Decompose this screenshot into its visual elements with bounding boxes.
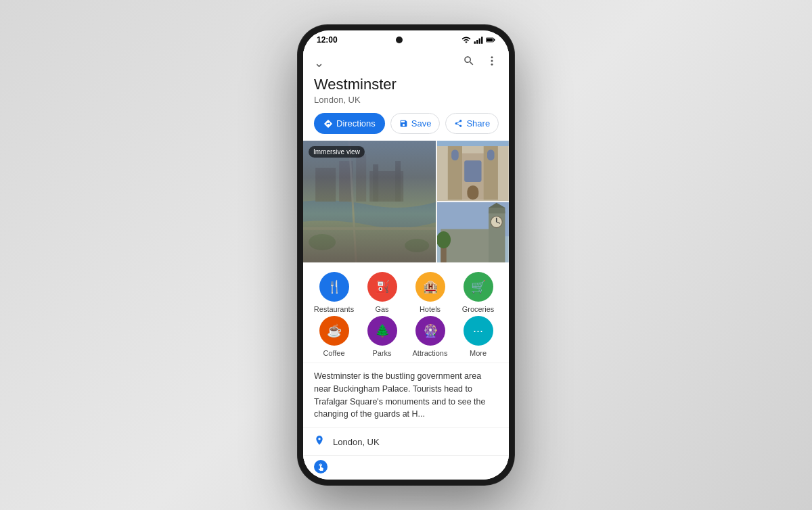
location-text: London, UK — [333, 437, 380, 447]
top-bar: ⌄ — [303, 49, 509, 73]
svg-rect-28 — [451, 149, 459, 160]
location-pin-icon — [314, 435, 325, 448]
categories-section: 🍴 Restaurants ⛽ Gas 🏨 Hotels 🛒 Groceries… — [303, 262, 509, 363]
directions-label: Directions — [336, 118, 376, 129]
status-bar: 12:00 — [303, 30, 509, 49]
photo-main[interactable]: Immersive view — [303, 141, 436, 262]
svg-rect-13 — [356, 154, 366, 202]
svg-rect-17 — [395, 161, 401, 202]
svg-rect-29 — [487, 149, 495, 160]
category-item-hotels[interactable]: 🏨 Hotels — [407, 272, 453, 313]
phone-frame: 12:00 — [298, 25, 514, 485]
svg-line-19 — [349, 141, 356, 262]
photo-main-image: Immersive view — [303, 141, 436, 262]
place-header: Westminster London, UK — [303, 73, 509, 110]
svg-rect-31 — [468, 185, 479, 200]
phone-screen: 12:00 — [303, 30, 509, 480]
category-item-attractions[interactable]: 🎡 Attractions — [407, 316, 453, 357]
photos-grid[interactable]: Immersive view — [303, 141, 509, 262]
svg-rect-16 — [373, 164, 378, 202]
wifi-icon — [461, 35, 471, 45]
save-label: Save — [411, 118, 432, 129]
category-label-groceries: Groceries — [462, 305, 495, 313]
svg-rect-30 — [464, 160, 481, 182]
svg-point-9 — [491, 64, 493, 66]
photo-side — [437, 141, 509, 262]
category-label-restaurants: Restaurants — [314, 305, 354, 313]
top-actions — [463, 55, 498, 70]
status-time: 12:00 — [317, 35, 338, 45]
westminster-abbey-svg — [437, 141, 509, 201]
big-ben-svg — [437, 202, 509, 262]
signal-icon — [474, 35, 483, 45]
svg-point-7 — [491, 56, 493, 58]
description-section: Westminster is the bustling government a… — [303, 363, 509, 427]
category-label-parks: Parks — [372, 349, 391, 357]
category-label-more: More — [470, 349, 487, 357]
share-label: Share — [466, 118, 490, 129]
route-icon — [314, 460, 328, 473]
category-item-gas[interactable]: ⛽ Gas — [359, 272, 405, 313]
category-label-attractions: Attractions — [413, 349, 448, 357]
directions-button[interactable]: Directions — [314, 113, 385, 134]
svg-rect-3 — [481, 37, 482, 44]
svg-point-8 — [491, 60, 493, 62]
category-label-hotels: Hotels — [420, 305, 441, 313]
status-icons — [461, 35, 495, 45]
category-item-parks[interactable]: 🌲 Parks — [359, 316, 405, 357]
svg-rect-40 — [489, 208, 505, 213]
category-icon-groceries: 🛒 — [464, 272, 493, 302]
svg-point-21 — [405, 239, 429, 252]
category-item-groceries[interactable]: 🛒 Groceries — [455, 272, 501, 313]
share-icon — [454, 119, 463, 128]
svg-rect-0 — [474, 41, 476, 44]
category-icon-more: ··· — [464, 316, 493, 346]
category-icon-gas: ⛽ — [367, 272, 397, 302]
action-buttons: Directions Save Share — [303, 110, 509, 141]
category-label-gas: Gas — [375, 305, 388, 313]
svg-rect-12 — [339, 161, 353, 202]
svg-point-20 — [309, 234, 336, 250]
bottom-area — [303, 455, 509, 478]
home-indicator — [303, 478, 509, 480]
place-name: Westminster — [314, 76, 498, 93]
description-text[interactable]: Westminster is the bustling government a… — [314, 370, 498, 421]
svg-rect-10 — [303, 141, 436, 262]
svg-rect-6 — [487, 39, 493, 41]
svg-rect-5 — [494, 39, 495, 41]
svg-rect-11 — [315, 168, 336, 202]
category-icon-restaurants: 🍴 — [319, 272, 349, 302]
photo-side-bottom[interactable] — [437, 202, 509, 262]
location-row[interactable]: London, UK — [303, 427, 509, 455]
category-icon-hotels: 🏨 — [415, 272, 445, 302]
svg-rect-2 — [479, 39, 480, 44]
category-icon-coffee: ☕ — [319, 316, 349, 346]
more-options-icon[interactable] — [486, 55, 498, 70]
westminster-aerial-svg — [303, 141, 436, 262]
camera-dot — [396, 37, 403, 43]
svg-rect-32 — [437, 141, 509, 146]
category-icon-attractions: 🎡 — [415, 316, 445, 346]
place-subtitle: London, UK — [314, 95, 498, 105]
directions-icon — [323, 119, 333, 129]
back-button[interactable]: ⌄ — [314, 55, 324, 70]
category-icon-parks: 🌲 — [367, 316, 397, 346]
category-label-coffee: Coffee — [323, 349, 344, 357]
save-button[interactable]: Save — [390, 113, 441, 134]
category-item-restaurants[interactable]: 🍴 Restaurants — [311, 272, 357, 313]
share-button[interactable]: Share — [445, 113, 499, 134]
category-item-more[interactable]: ··· More — [455, 316, 501, 357]
svg-rect-1 — [476, 40, 478, 44]
immersive-badge[interactable]: Immersive view — [309, 146, 365, 158]
categories-grid: 🍴 Restaurants ⛽ Gas 🏨 Hotels 🛒 Groceries… — [311, 272, 501, 357]
search-icon[interactable] — [463, 55, 475, 70]
category-item-coffee[interactable]: ☕ Coffee — [311, 316, 357, 357]
battery-icon — [486, 35, 495, 45]
svg-rect-15 — [369, 171, 403, 202]
app-content: ⌄ Westminster Lond — [303, 49, 509, 480]
photo-side-top[interactable] — [437, 141, 509, 201]
save-icon — [399, 119, 408, 128]
